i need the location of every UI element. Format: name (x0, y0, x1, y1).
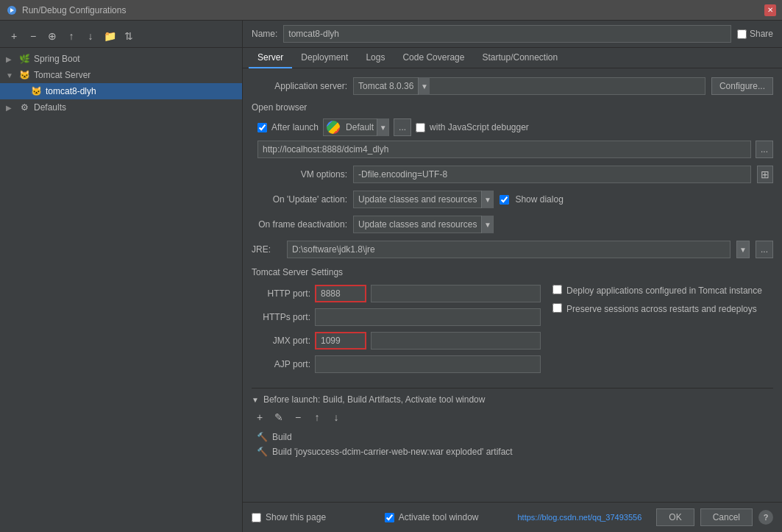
deploy-check-row: Deploy applications configured in Tomcat… (552, 285, 773, 297)
browser-more-button[interactable]: ... (394, 118, 411, 136)
before-launch-collapse[interactable]: ▼ (252, 396, 259, 404)
bottom-url[interactable]: https://blog.csdn.net/qq_37493556 (518, 513, 642, 522)
before-launch-edit-button[interactable]: ✎ (271, 409, 287, 425)
copy-config-button[interactable]: ⊕ (44, 28, 60, 44)
js-debugger-label: with JavaScript debugger (430, 122, 529, 132)
sidebar: + − ⊕ ↑ ↓ 📁 ⇅ ▶ 🌿 Spring Boot ▼ 🐱 Tomcat… (0, 21, 243, 532)
before-launch-section: ▼ Before launch: Build, Build Artifacts,… (252, 388, 773, 459)
jre-input[interactable] (287, 241, 731, 258)
remove-config-button[interactable]: − (25, 28, 41, 44)
tree-item-spring-boot[interactable]: ▶ 🌿 Spring Boot (0, 51, 242, 67)
http-port-remainder (371, 285, 541, 302)
deploy-checkbox[interactable] (552, 285, 562, 294)
jre-arrow[interactable]: ▼ (736, 241, 750, 258)
jmx-port-input[interactable] (315, 332, 366, 350)
before-launch-item-build: 🔨 Build (252, 430, 773, 444)
add-config-button[interactable]: + (6, 28, 22, 44)
activate-tool-label: Activate tool window (399, 512, 479, 522)
configure-button[interactable]: Configure... (711, 77, 773, 95)
preserve-checkbox[interactable] (552, 303, 562, 313)
on-update-arrow[interactable]: ▼ (481, 191, 493, 208)
tree-label-defaults: Defaults (34, 102, 66, 113)
on-update-value: Update classes and resources (354, 194, 481, 205)
browser-select[interactable]: Default ▼ (323, 118, 389, 136)
app-server-arrow[interactable]: ▼ (418, 77, 430, 95)
help-button[interactable]: ? (758, 510, 773, 525)
tree-arrow-tomcat-server: ▼ (6, 71, 18, 79)
title-bar: Run/Debug Configurations ✕ (0, 0, 782, 21)
jmx-port-label: JMX port: (252, 336, 310, 346)
tab-startup-connection[interactable]: Startup/Connection (473, 48, 566, 68)
app-server-value: Tomcat 8.0.36 (354, 81, 418, 91)
jre-more-button[interactable]: ... (756, 241, 773, 258)
cancel-button[interactable]: Cancel (700, 508, 753, 526)
name-field-label: Name: (252, 29, 277, 39)
server-tab-content: Application server: Tomcat 8.0.36 ▼ Conf… (243, 68, 782, 502)
ajp-port-row: AJP port: (252, 355, 541, 373)
before-launch-header: ▼ Before launch: Build, Build Artifacts,… (252, 394, 773, 405)
on-frame-deactivation-row: On frame deactivation: Update classes an… (252, 216, 773, 233)
tab-logs[interactable]: Logs (357, 48, 394, 68)
after-launch-checkbox[interactable] (257, 123, 267, 132)
right-panel: Name: Share Server Deployment Logs Code … (243, 21, 782, 532)
on-update-row: On 'Update' action: Update classes and r… (252, 191, 773, 208)
tree-item-tomcat-server[interactable]: ▼ 🐱 Tomcat Server (0, 67, 242, 83)
http-port-input[interactable] (315, 285, 366, 302)
preserve-check-row: Preserve sessions across restarts and re… (552, 303, 773, 316)
js-debugger-checkbox[interactable] (416, 123, 425, 132)
tab-server[interactable]: Server (249, 48, 292, 68)
vm-options-input[interactable] (353, 166, 751, 183)
vm-expand-button[interactable]: ⊞ (757, 166, 773, 183)
folder-button[interactable]: 📁 (102, 28, 118, 44)
artifact-icon: 🔨 (256, 446, 268, 458)
ok-button[interactable]: OK (656, 508, 694, 526)
tomcat-server-icon: 🐱 (18, 68, 31, 82)
move-up-button[interactable]: ↑ (63, 28, 79, 44)
spring-boot-icon: 🌿 (18, 52, 31, 65)
share-checkbox[interactable] (737, 29, 747, 39)
url-more-button[interactable]: ... (756, 141, 773, 158)
url-input[interactable] (257, 141, 751, 158)
share-checkbox-area[interactable]: Share (737, 29, 773, 39)
https-port-label: HTTPs port: (252, 312, 310, 322)
tabs: Server Deployment Logs Code Coverage Sta… (243, 48, 782, 68)
browser-arrow[interactable]: ▼ (377, 118, 388, 136)
move-down-button[interactable]: ↓ (82, 28, 99, 44)
vm-options-label: VM options: (252, 169, 347, 180)
browser-value: Default (343, 122, 377, 132)
sidebar-toolbar: + − ⊕ ↑ ↓ 📁 ⇅ (0, 25, 242, 48)
port-section: HTTP port: HTTPs port: JMX port: (252, 285, 541, 379)
before-launch-down-button[interactable]: ↓ (328, 409, 344, 425)
open-browser-section-label: Open browser (252, 102, 773, 113)
app-server-label: Application server: (252, 81, 347, 91)
on-frame-deactivation-dropdown[interactable]: Update classes and resources ▼ (353, 216, 494, 233)
close-button[interactable]: ✕ (764, 4, 776, 16)
http-port-label: HTTP port: (252, 288, 310, 299)
ajp-port-label: AJP port: (252, 359, 310, 369)
tomcat8-icon: 🐱 (29, 85, 43, 98)
tree-arrow-spring-boot: ▶ (6, 55, 18, 63)
build-icon: 🔨 (256, 431, 268, 443)
app-server-dropdown[interactable]: Tomcat 8.0.36 ▼ (353, 77, 705, 95)
tab-code-coverage[interactable]: Code Coverage (394, 48, 473, 68)
show-page-checkbox[interactable] (252, 513, 261, 522)
after-launch-row: After launch Default ▼ ... with JavaScri… (252, 118, 773, 136)
on-update-dropdown[interactable]: Update classes and resources ▼ (353, 191, 494, 208)
activate-tool-checkbox[interactable] (385, 513, 394, 522)
show-dialog-checkbox[interactable] (500, 195, 509, 205)
on-frame-deactivation-arrow[interactable]: ▼ (481, 216, 493, 233)
on-frame-deactivation-value: Update classes and resources (354, 219, 481, 230)
before-launch-up-button[interactable]: ↑ (309, 409, 325, 425)
before-launch-item-build-label: Build (272, 432, 292, 442)
tree-item-tomcat8-dlyh[interactable]: 🐱 tomcat8-dlyh (0, 83, 242, 99)
before-launch-add-button[interactable]: + (252, 409, 268, 425)
sort-button[interactable]: ⇅ (121, 28, 137, 44)
tab-deployment[interactable]: Deployment (292, 48, 357, 68)
bottom-bar: Show this page Activate tool window http… (243, 502, 782, 532)
name-input[interactable] (283, 25, 731, 43)
after-launch-label: After launch (271, 122, 319, 132)
on-frame-deactivation-label: On frame deactivation: (252, 219, 347, 230)
before-launch-remove-button[interactable]: − (290, 409, 306, 425)
app-server-row: Application server: Tomcat 8.0.36 ▼ Conf… (252, 77, 773, 95)
tree-item-defaults[interactable]: ▶ ⚙ Defaults (0, 99, 242, 116)
